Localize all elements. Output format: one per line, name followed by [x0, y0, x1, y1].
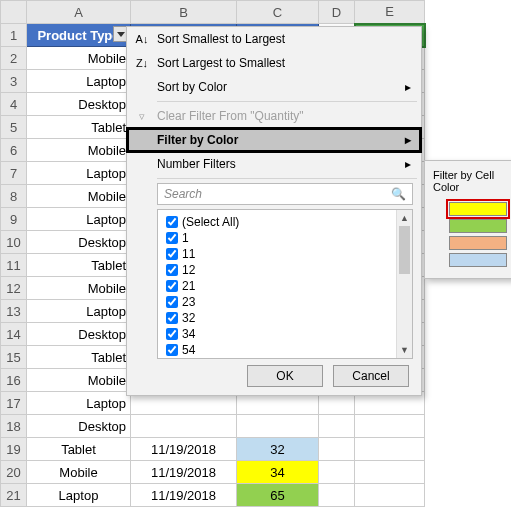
cell[interactable]: Mobile: [27, 185, 131, 208]
sort-ascending[interactable]: A↓ Sort Smallest to Largest: [127, 27, 421, 51]
color-swatch-green[interactable]: [449, 219, 507, 233]
color-swatch-orange[interactable]: [449, 236, 507, 250]
row-header[interactable]: 18: [1, 415, 27, 438]
cell[interactable]: Mobile: [27, 277, 131, 300]
row-header[interactable]: 11: [1, 254, 27, 277]
cell[interactable]: Desktop: [27, 415, 131, 438]
cell[interactable]: Laptop: [27, 484, 131, 507]
sort-by-color[interactable]: Sort by Color ▸: [127, 75, 421, 99]
scroll-down-icon[interactable]: ▼: [397, 342, 412, 358]
cell[interactable]: Tablet: [27, 438, 131, 461]
check-item[interactable]: (Select All): [166, 214, 412, 230]
color-swatch-yellow[interactable]: [449, 202, 507, 216]
menu-label: Sort Largest to Smallest: [157, 56, 285, 70]
cell-quantity[interactable]: 32: [237, 438, 319, 461]
scroll-up-icon[interactable]: ▲: [397, 210, 412, 226]
cell[interactable]: Laptop: [27, 208, 131, 231]
number-filters[interactable]: Number Filters ▸: [127, 152, 421, 176]
clear-filter: ▿ Clear Filter From "Quantity": [127, 104, 421, 128]
row-header[interactable]: 14: [1, 323, 27, 346]
search-icon: 🔍: [391, 187, 406, 201]
cell-quantity[interactable]: 34: [237, 461, 319, 484]
row-header[interactable]: 17: [1, 392, 27, 415]
corner-cell[interactable]: [1, 1, 27, 24]
menu-label: Sort by Color: [157, 80, 227, 94]
submenu-title: Filter by Cell Color: [425, 165, 511, 199]
sort-descending[interactable]: Z↓ Sort Largest to Smallest: [127, 51, 421, 75]
row-header[interactable]: 6: [1, 139, 27, 162]
row-header[interactable]: 15: [1, 346, 27, 369]
row-header[interactable]: 5: [1, 116, 27, 139]
col-header-b[interactable]: B: [131, 1, 237, 24]
search-input[interactable]: Search 🔍: [157, 183, 413, 205]
search-placeholder: Search: [164, 187, 202, 201]
cell[interactable]: Tablet: [27, 346, 131, 369]
col-header-e[interactable]: E: [355, 1, 425, 24]
row-header[interactable]: 21: [1, 484, 27, 507]
check-item[interactable]: 21: [166, 278, 412, 294]
check-item[interactable]: 34: [166, 326, 412, 342]
row-header[interactable]: 3: [1, 70, 27, 93]
cell[interactable]: Tablet: [27, 116, 131, 139]
col-header-c[interactable]: C: [237, 1, 319, 24]
color-swatch-blue[interactable]: [449, 253, 507, 267]
cell-quantity[interactable]: 65: [237, 484, 319, 507]
cell[interactable]: Desktop: [27, 231, 131, 254]
submenu-arrow-icon: ▸: [405, 133, 411, 147]
check-item[interactable]: 12: [166, 262, 412, 278]
row-header[interactable]: 13: [1, 300, 27, 323]
cell[interactable]: Laptop: [27, 70, 131, 93]
filter-menu: A↓ Sort Smallest to Largest Z↓ Sort Larg…: [126, 26, 422, 396]
separator: [157, 101, 417, 102]
check-item[interactable]: 1: [166, 230, 412, 246]
cell[interactable]: Desktop: [27, 323, 131, 346]
filter-by-color[interactable]: Filter by Color ▸: [127, 128, 421, 152]
check-item[interactable]: 11: [166, 246, 412, 262]
sort-asc-icon: A↓: [133, 33, 151, 45]
col-header-d[interactable]: D: [319, 1, 355, 24]
scrollbar[interactable]: ▲ ▼: [396, 210, 412, 358]
row-header[interactable]: 19: [1, 438, 27, 461]
check-item[interactable]: 55: [166, 358, 412, 359]
header-label: Product Type: [37, 28, 119, 43]
menu-label: Clear Filter From "Quantity": [157, 109, 304, 123]
separator: [157, 178, 417, 179]
check-item[interactable]: 23: [166, 294, 412, 310]
submenu-arrow-icon: ▸: [405, 80, 411, 94]
sort-desc-icon: Z↓: [133, 57, 151, 69]
cell[interactable]: Laptop: [27, 392, 131, 415]
cell[interactable]: Laptop: [27, 162, 131, 185]
row-header[interactable]: 1: [1, 24, 27, 47]
row-header[interactable]: 12: [1, 277, 27, 300]
row-header[interactable]: 10: [1, 231, 27, 254]
row-header[interactable]: 9: [1, 208, 27, 231]
cancel-button[interactable]: Cancel: [333, 365, 409, 387]
cell[interactable]: 11/19/2018: [131, 484, 237, 507]
col-header-a[interactable]: A: [27, 1, 131, 24]
cell[interactable]: Mobile: [27, 139, 131, 162]
cell[interactable]: 11/19/2018: [131, 438, 237, 461]
row-header[interactable]: 8: [1, 185, 27, 208]
menu-label: Number Filters: [157, 157, 236, 171]
ok-button[interactable]: OK: [247, 365, 323, 387]
cell[interactable]: Mobile: [27, 369, 131, 392]
row-header[interactable]: 7: [1, 162, 27, 185]
menu-label: Filter by Color: [157, 133, 238, 147]
header-product-type: Product Type: [27, 24, 131, 47]
check-item[interactable]: 32: [166, 310, 412, 326]
cell[interactable]: Mobile: [27, 47, 131, 70]
row-header[interactable]: 20: [1, 461, 27, 484]
cell[interactable]: Tablet: [27, 254, 131, 277]
cell[interactable]: Mobile: [27, 461, 131, 484]
row-header[interactable]: 16: [1, 369, 27, 392]
filter-checklist: (Select All) 1 11 12 21 23 32 34 54 55 ▲…: [157, 209, 413, 359]
clear-filter-icon: ▿: [133, 110, 151, 123]
row-header[interactable]: 2: [1, 47, 27, 70]
check-item[interactable]: 54: [166, 342, 412, 358]
menu-label: Sort Smallest to Largest: [157, 32, 285, 46]
cell[interactable]: Desktop: [27, 93, 131, 116]
row-header[interactable]: 4: [1, 93, 27, 116]
cell[interactable]: 11/19/2018: [131, 461, 237, 484]
scroll-thumb[interactable]: [399, 226, 410, 274]
cell[interactable]: Laptop: [27, 300, 131, 323]
